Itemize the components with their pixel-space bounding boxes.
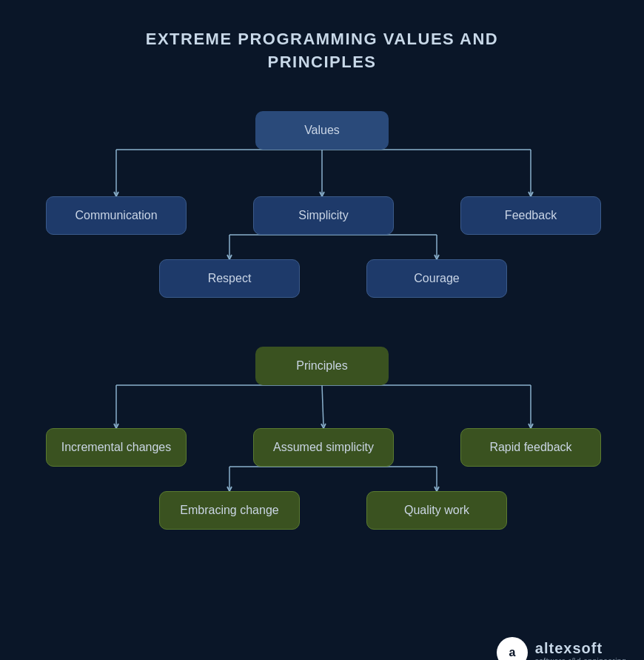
logo: a altexsoft software r&d engineering bbox=[497, 637, 626, 660]
incremental-changes-box: Incremental changes bbox=[46, 428, 187, 467]
assumed-simplicity-box: Assumed simplicity bbox=[253, 428, 394, 467]
embracing-change-box: Embracing change bbox=[159, 491, 300, 530]
respect-label: Respect bbox=[208, 272, 252, 285]
incremental-changes-label: Incremental changes bbox=[61, 441, 172, 454]
communication-box: Communication bbox=[46, 196, 187, 235]
logo-icon: a bbox=[497, 637, 528, 660]
quality-work-box: Quality work bbox=[366, 491, 507, 530]
assumed-simplicity-label: Assumed simplicity bbox=[273, 441, 374, 454]
logo-name: altexsoft bbox=[535, 640, 626, 657]
courage-box: Courage bbox=[366, 259, 507, 298]
principles-root-box: Principles bbox=[255, 347, 389, 385]
simplicity-box: Simplicity bbox=[253, 196, 394, 235]
simplicity-label: Simplicity bbox=[298, 209, 349, 222]
page-title: EXTREME PROGRAMMING VALUES AND PRINCIPLE… bbox=[0, 0, 644, 74]
principles-root-label: Principles bbox=[296, 359, 347, 373]
logo-text-area: altexsoft software r&d engineering bbox=[535, 640, 626, 660]
quality-work-label: Quality work bbox=[404, 504, 469, 517]
feedback-box: Feedback bbox=[460, 196, 601, 235]
values-root-label: Values bbox=[304, 124, 340, 137]
embracing-change-label: Embracing change bbox=[180, 504, 278, 517]
respect-box: Respect bbox=[159, 259, 300, 298]
rapid-feedback-box: Rapid feedback bbox=[460, 428, 601, 467]
svg-text:a: a bbox=[509, 646, 515, 659]
courage-label: Courage bbox=[414, 272, 459, 285]
svg-line-12 bbox=[322, 385, 323, 426]
logo-sub: software r&d engineering bbox=[535, 657, 626, 660]
feedback-label: Feedback bbox=[505, 209, 557, 222]
logo-svg: a bbox=[502, 642, 523, 660]
communication-label: Communication bbox=[75, 209, 157, 222]
diagram: Values Communication Simplicity Feedback… bbox=[0, 81, 644, 660]
rapid-feedback-label: Rapid feedback bbox=[489, 441, 571, 454]
values-root-box: Values bbox=[255, 111, 389, 150]
